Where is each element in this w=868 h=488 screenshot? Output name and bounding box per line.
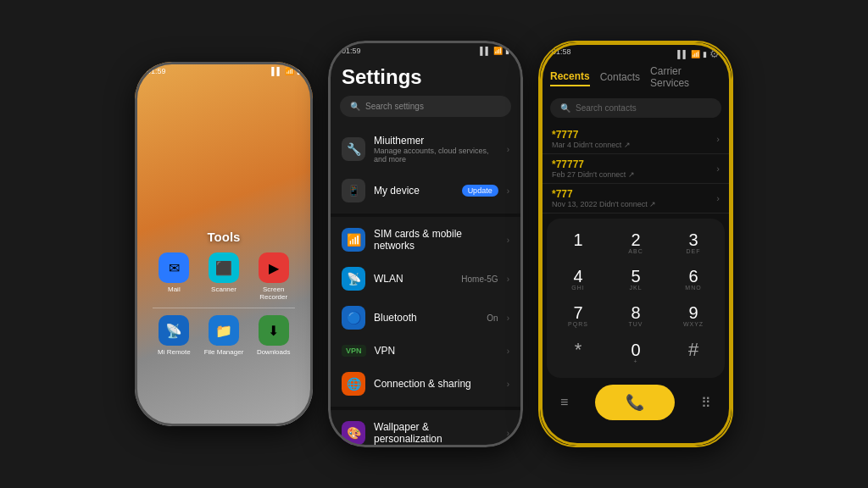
recent-arrow-2: › (716, 164, 720, 174)
chevron-icon-3: › (507, 236, 509, 245)
connection-icon: 🌐 (342, 372, 365, 396)
recent-arrow-1: › (716, 134, 720, 144)
recent-sub-2: Feb 27 Didn't connect ↗ (552, 170, 635, 179)
app-label-filemanager: File Manager (204, 348, 244, 356)
app-icon-remote: 📡 (159, 315, 189, 346)
recent-sub-3: Nov 13, 2022 Didn't connect ↗ (552, 200, 656, 208)
bluetooth-icon: 🔵 (342, 306, 365, 330)
bluetooth-text: Bluetooth (374, 312, 478, 324)
call-button[interactable]: 📞 (595, 385, 675, 420)
app-mi-remote[interactable]: 📡 Mi Remote (152, 315, 197, 356)
phone-3-dialer: 01:58 ▌▌ 📶 ▮ ⚙ Recents Contacts Carrier … (538, 41, 733, 447)
recent-item-1[interactable]: *7777 Mar 4 Didn't connect ↗ › (540, 125, 732, 154)
app-icon-filemanager: 📁 (209, 315, 239, 346)
recent-number-3: *777 (552, 188, 656, 200)
time-2: 01:59 (342, 47, 361, 55)
settings-search-bar[interactable]: 🔍 Search settings (340, 96, 511, 117)
status-icons-1: ▌▌ 📶 ▮ (271, 67, 301, 75)
recent-number-2: *77777 (552, 158, 635, 170)
connection-text: Connection & sharing (374, 378, 498, 390)
wlan-title: WLAN (374, 273, 453, 285)
tab-contacts[interactable]: Contacts (600, 71, 640, 86)
mydevice-title: My device (374, 185, 453, 197)
chevron-icon-7: › (507, 380, 509, 389)
phone-2-settings: 01:59 ▌▌ 📶 ▮ Settings 🔍 Search settings … (328, 41, 523, 447)
wlan-value: Home-5G (461, 274, 498, 284)
search-icon-3: 🔍 (560, 103, 570, 113)
app-mail[interactable]: ✉ Mail (152, 252, 197, 301)
settings-item-vpn[interactable]: VPN VPN › (328, 337, 523, 364)
app-downloads[interactable]: ⬇ Downloads (251, 315, 296, 356)
tab-carrier[interactable]: Carrier Services (650, 65, 721, 92)
search-icon: 🔍 (350, 102, 360, 111)
app-label-remote: Mi Remote (158, 348, 191, 356)
app-label-mail: Mail (168, 286, 181, 293)
settings-item-bluetooth[interactable]: 🔵 Bluetooth On › (328, 298, 523, 337)
app-file-manager[interactable]: 📁 File Manager (202, 315, 247, 356)
settings-item-mydevice[interactable]: 📱 My device Update › (328, 171, 523, 210)
settings-item-wallpaper[interactable]: 🎨 Wallpaper & personalization › (328, 413, 523, 447)
section-divider-1 (328, 214, 523, 217)
dial-key-3[interactable]: 3DEF (665, 225, 721, 260)
settings-item-connection[interactable]: 🌐 Connection & sharing › (328, 364, 523, 403)
app-grid-row2: 📡 Mi Remote 📁 File Manager ⬇ Downloads (135, 315, 313, 356)
recent-sub-1: Mar 4 Didn't connect ↗ (552, 141, 631, 149)
app-label-scanner: Scanner (211, 286, 236, 293)
chevron-icon-5: › (507, 313, 509, 323)
time-3: 01:58 (552, 47, 571, 60)
phone-1-homescreen: 01:59 ▌▌ 📶 ▮ Tools ✉ Mail ⬛ Scanner ▶ Sc… (135, 62, 313, 426)
miuithemer-text: Miuithemer Manage accounts, cloud servic… (374, 135, 498, 164)
connection-title: Connection & sharing (374, 378, 498, 390)
app-grid-row1: ✉ Mail ⬛ Scanner ▶ Screen Recorder (135, 252, 313, 301)
settings-item-sim[interactable]: 📶 SIM cards & mobile networks › (328, 220, 523, 259)
app-icon-scanner: ⬛ (209, 252, 239, 283)
menu-icon[interactable]: ≡ (560, 395, 568, 410)
settings-item-miuithemer[interactable]: 🔧 Miuithemer Manage accounts, cloud serv… (328, 127, 523, 171)
status-bar-2: 01:59 ▌▌ 📶 ▮ (328, 41, 523, 58)
mydevice-text: My device (374, 185, 453, 197)
recent-item-2[interactable]: *77777 Feb 27 Didn't connect ↗ › (540, 154, 732, 184)
settings-item-wlan[interactable]: 📡 WLAN Home-5G › (328, 259, 523, 298)
tab-recents[interactable]: Recents (550, 70, 590, 86)
sim-title: SIM cards & mobile networks (374, 228, 498, 252)
miuithemer-sub: Manage accounts, cloud services, and mor… (374, 147, 498, 164)
dialpad: 1 2ABC 3DEF 4GHI 5JKL 6MNO 7PQRS 8TUV 9W… (547, 219, 725, 378)
status-bar-3: 01:58 ▌▌ 📶 ▮ ⚙ (540, 42, 732, 62)
dial-key-5[interactable]: 5JKL (608, 262, 664, 297)
dial-key-7[interactable]: 7PQRS (550, 298, 606, 333)
recents-list: *7777 Mar 4 Didn't connect ↗ › *77777 Fe… (540, 125, 732, 214)
bottom-bar: ≡ 📞 ⠿ (540, 378, 732, 424)
dial-key-6[interactable]: 6MNO (665, 262, 721, 297)
dial-key-2[interactable]: 2ABC (608, 225, 664, 260)
gear-icon[interactable]: ⚙ (709, 47, 720, 60)
contacts-search-bar[interactable]: 🔍 Search contacts (550, 98, 721, 118)
dial-key-1[interactable]: 1 (550, 225, 606, 260)
dial-key-4[interactable]: 4GHI (550, 262, 606, 297)
app-label-recorder: Screen Recorder (251, 286, 296, 301)
dial-key-hash[interactable]: # (665, 335, 721, 371)
status-icons-2: ▌▌ 📶 ▮ (480, 47, 509, 55)
app-screen-recorder[interactable]: ▶ Screen Recorder (251, 252, 296, 301)
app-scanner[interactable]: ⬛ Scanner (202, 252, 247, 301)
folder-label: Tools (208, 230, 241, 244)
chevron-icon: › (507, 145, 509, 154)
wlan-icon: 📡 (342, 267, 365, 291)
recent-item-3[interactable]: *777 Nov 13, 2022 Didn't connect ↗ › (540, 184, 732, 214)
dialpad-icon[interactable]: ⠿ (701, 395, 711, 411)
wallpaper-title: Wallpaper & personalization (374, 421, 498, 445)
mydevice-badge: Update (462, 185, 498, 197)
app-icon-mail: ✉ (159, 252, 189, 283)
dial-key-star[interactable]: * (550, 335, 606, 371)
dial-key-8[interactable]: 8TUV (608, 298, 664, 333)
bluetooth-value: On (487, 313, 498, 323)
dial-key-9[interactable]: 9WXYZ (665, 298, 721, 333)
search-placeholder: Search settings (365, 102, 424, 111)
miuithemer-title: Miuithemer (374, 135, 498, 147)
app-label-downloads: Downloads (257, 348, 291, 356)
vpn-label: VPN (342, 345, 366, 357)
section-divider-2 (328, 407, 523, 410)
miuithemer-icon: 🔧 (342, 137, 365, 161)
dial-key-0[interactable]: 0+ (608, 335, 664, 371)
chevron-icon-2: › (507, 186, 509, 196)
wlan-text: WLAN (374, 273, 453, 285)
